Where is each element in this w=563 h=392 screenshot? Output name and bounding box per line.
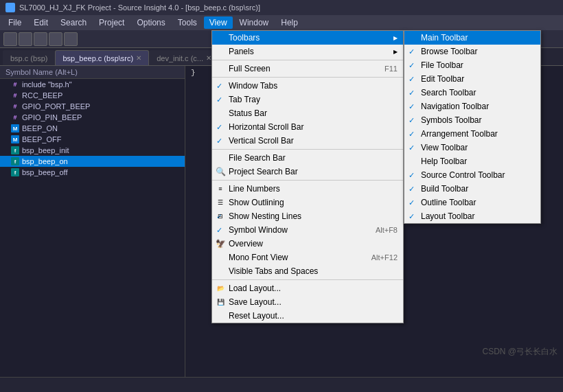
sidebar-item-bsp-beep-off[interactable]: f bsp_beep_off — [0, 167, 185, 178]
check-nav-toolbar: ✓ — [409, 102, 415, 111]
toolbars-submenu[interactable]: Main Toolbar ✓ Browse Toolbar ✓ File Too… — [404, 30, 541, 224]
menu-nav-toolbar[interactable]: ✓ Navigation Toolbar — [404, 100, 540, 113]
teal-f-icon-off: f — [11, 168, 19, 176]
menu-reset-layout[interactable]: Reset Layout... — [212, 309, 403, 323]
menu-help-toolbar-label: Help Toolbar — [421, 157, 467, 166]
sidebar-item-gpio-port[interactable]: # GPIO_PORT_BEEP — [0, 101, 185, 112]
tab-bsp-beep[interactable]: bsp_beep.c (bsp\src) ✕ — [55, 50, 149, 65]
sidebar-item-bsp-beep-on[interactable]: f bsp_beep_on — [0, 156, 185, 167]
menu-file-search-label: File Search Bar — [229, 153, 286, 163]
toolbar-btn-5[interactable] — [64, 32, 78, 46]
menu-load-layout[interactable]: 📂 Load Layout... — [212, 281, 403, 295]
menu-symbol-window[interactable]: ✓ Symbol Window Alt+F8 — [212, 223, 403, 237]
line-numbers-icon: ≡ — [215, 183, 226, 194]
menu-search-toolbar[interactable]: ✓ Search Toolbar — [404, 86, 540, 100]
blue-m-icon-beep-off: M — [11, 135, 19, 143]
sidebar-item-rcc[interactable]: # RCC_BEEP — [0, 90, 185, 101]
menu-help-toolbar[interactable]: Help Toolbar — [404, 154, 540, 168]
menu-h-scroll[interactable]: ✓ Horizontal Scroll Bar — [212, 120, 403, 134]
menu-file[interactable]: File — [3, 16, 27, 29]
menu-visible-tabs[interactable]: Visible Tabs and Spaces — [212, 264, 403, 278]
toolbar-btn-3[interactable] — [34, 32, 47, 46]
sep-2 — [212, 77, 403, 78]
menu-main-toolbar[interactable]: Main Toolbar — [404, 31, 540, 45]
tab-label-bsp: bsp.c (bsp) — [10, 54, 47, 62]
sidebar-item-bsp-beep-init[interactable]: f bsp_beep_init — [0, 145, 185, 156]
menu-options[interactable]: Options — [131, 16, 170, 29]
menu-arrangement-toolbar[interactable]: ✓ Arrangement Toolbar — [404, 127, 540, 141]
blue-m-icon-beep-on: M — [11, 124, 19, 132]
menu-reset-layout-label: Reset Layout... — [229, 311, 284, 321]
menu-window[interactable]: Window — [234, 16, 275, 29]
menu-mono-font[interactable]: Mono Font View Alt+F12 — [212, 251, 403, 264]
menu-status-bar[interactable]: Status Bar — [212, 106, 403, 120]
outlining-icon: ☰ — [215, 197, 226, 208]
overview-icon: 🦅 — [215, 238, 226, 249]
menu-edit-toolbar[interactable]: ✓ Edit Toolbar — [404, 72, 540, 86]
menu-source-control-toolbar[interactable]: ✓ Source Control Toolbar — [404, 168, 540, 182]
sidebar-item-include[interactable]: # include "bsp.h" — [0, 79, 185, 90]
menu-search[interactable]: Search — [55, 16, 92, 29]
menu-load-layout-label: Load Layout... — [229, 284, 281, 293]
sidebar-label-bsp-beep-off: bsp_beep_off — [22, 168, 67, 176]
menu-help[interactable]: Help — [275, 16, 303, 29]
menu-bar: File Edit Search Project Options Tools V… — [0, 15, 563, 30]
menu-search-toolbar-label: Search Toolbar — [421, 88, 476, 97]
menu-symbols-toolbar[interactable]: ✓ Symbols Toolbar — [404, 113, 540, 127]
mono-font-shortcut: Alt+F12 — [371, 253, 398, 262]
menu-fullscreen[interactable]: Full Screen F11 — [212, 62, 403, 76]
menu-arrangement-toolbar-label: Arrangement Toolbar — [421, 129, 498, 139]
menu-build-toolbar-label: Build Toolbar — [421, 184, 468, 194]
check-browse-toolbar: ✓ — [409, 47, 415, 56]
toolbar-btn-2[interactable] — [19, 32, 32, 46]
sep-5 — [212, 279, 403, 280]
menu-window-tabs-label: Window Tabs — [229, 81, 277, 91]
check-edit-toolbar: ✓ — [409, 75, 415, 84]
menu-save-layout[interactable]: 💾 Save Layout... — [212, 295, 403, 309]
menu-file-toolbar-label: File Toolbar — [421, 60, 463, 70]
menu-project[interactable]: Project — [93, 16, 130, 29]
menu-overview[interactable]: 🦅 Overview — [212, 237, 403, 251]
menu-source-control-toolbar-label: Source Control Toolbar — [421, 170, 505, 180]
menu-v-scroll[interactable]: ✓ Vertical Scroll Bar — [212, 134, 403, 148]
menu-v-scroll-label: Vertical Scroll Bar — [229, 136, 294, 146]
toolbar-btn-4[interactable] — [49, 32, 62, 46]
sidebar-item-gpio-pin[interactable]: # GPIO_PIN_BEEP — [0, 112, 185, 123]
tab-dev-init[interactable]: dev_init.c (c... ✕ — [149, 50, 219, 65]
menu-window-tabs[interactable]: ✓ Window Tabs — [212, 79, 403, 93]
sidebar-label-gpio-port: GPIO_PORT_BEEP — [22, 102, 90, 111]
view-menu-dropdown[interactable]: Toolbars Panels Full Screen F11 ✓ Window… — [211, 30, 404, 323]
menu-tools[interactable]: Tools — [172, 16, 203, 29]
menu-view-toolbar[interactable]: ✓ View Toolbar — [404, 141, 540, 154]
menu-mono-font-label: Mono Font View — [229, 253, 288, 262]
tab-close-bsp-beep[interactable]: ✕ — [136, 54, 141, 62]
menu-layout-toolbar[interactable]: ✓ Layout Toolbar — [404, 209, 540, 223]
menu-build-toolbar[interactable]: ✓ Build Toolbar — [404, 182, 540, 196]
toolbar-btn-1[interactable] — [3, 32, 17, 46]
menu-file-search[interactable]: File Search Bar — [212, 151, 403, 165]
hash-icon-include: # — [11, 80, 19, 89]
sidebar-item-beep-off[interactable]: M BEEP_OFF — [0, 134, 185, 145]
check-h-scroll: ✓ — [216, 123, 222, 132]
menu-line-numbers[interactable]: ≡ Line Numbers — [212, 182, 403, 196]
menu-toolbars[interactable]: Toolbars — [212, 31, 403, 45]
menu-h-scroll-label: Horizontal Scroll Bar — [229, 122, 303, 132]
sidebar-item-beep-on[interactable]: M BEEP_ON — [0, 123, 185, 134]
menu-outline-toolbar[interactable]: ✓ Outline Toolbar — [404, 196, 540, 209]
menu-edit[interactable]: Edit — [28, 16, 54, 29]
sidebar-header: Symbol Name (Alt+L) — [0, 66, 185, 79]
menu-project-search[interactable]: 🔍 Project Search Bar — [212, 165, 403, 178]
menu-tab-tray[interactable]: ✓ Tab Tray — [212, 93, 403, 106]
tab-close-dev-init[interactable]: ✕ — [206, 54, 211, 62]
menu-panels-label: Panels — [229, 47, 254, 56]
symbol-window-shortcut: Alt+F8 — [376, 226, 398, 234]
menu-edit-toolbar-label: Edit Toolbar — [421, 74, 464, 84]
menu-file-toolbar[interactable]: ✓ File Toolbar — [404, 58, 540, 72]
menu-show-outlining[interactable]: ☰ Show Outlining — [212, 196, 403, 209]
menu-nesting-lines[interactable]: ✓ ⊟ Show Nesting Lines — [212, 209, 403, 223]
tab-label-bsp-beep: bsp_beep.c (bsp\src) — [62, 54, 133, 62]
menu-view[interactable]: View — [204, 16, 233, 29]
menu-browse-toolbar[interactable]: ✓ Browse Toolbar — [404, 45, 540, 58]
tab-bsp[interactable]: bsp.c (bsp) — [3, 50, 55, 65]
menu-panels[interactable]: Panels — [212, 45, 403, 58]
